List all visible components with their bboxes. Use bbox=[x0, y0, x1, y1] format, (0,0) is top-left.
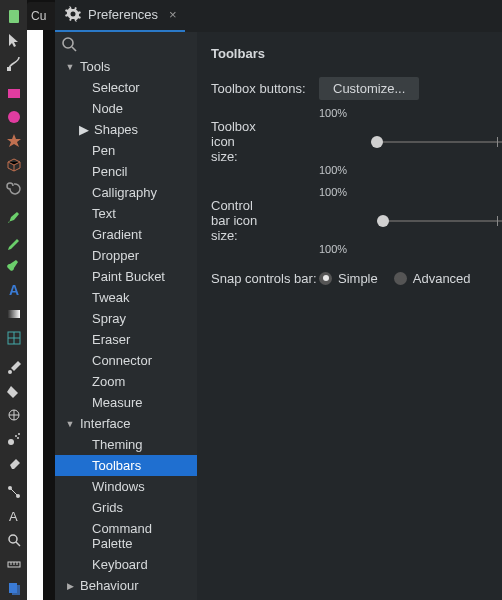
svg-point-3 bbox=[8, 111, 20, 123]
svg-point-12 bbox=[17, 437, 19, 439]
tree-item-paint-bucket[interactable]: Paint Bucket bbox=[55, 266, 197, 287]
toolbox: AA bbox=[0, 0, 27, 600]
arrow-icon[interactable] bbox=[5, 32, 23, 48]
svg-point-9 bbox=[8, 439, 14, 445]
chevron-right-icon: ▶ bbox=[65, 581, 75, 591]
preferences-content: Toolbars Toolbox buttons: Customize... 1… bbox=[197, 32, 502, 600]
pen-icon[interactable] bbox=[5, 210, 23, 226]
calligraphy-icon[interactable] bbox=[5, 258, 23, 274]
preferences-sidebar: ▼ToolsSelectorNode▶ShapesPenPencilCallig… bbox=[55, 32, 197, 600]
radio-dot-icon bbox=[394, 272, 407, 285]
svg-text:A: A bbox=[9, 282, 19, 298]
value-bottom: 100% bbox=[211, 164, 502, 176]
dropper-icon[interactable] bbox=[5, 359, 23, 375]
tree-item-connector[interactable]: Connector bbox=[55, 350, 197, 371]
customize-button[interactable]: Customize... bbox=[319, 77, 419, 100]
svg-rect-1 bbox=[7, 67, 11, 71]
search-icon bbox=[61, 36, 77, 52]
tree-item-tweak[interactable]: Tweak bbox=[55, 287, 197, 308]
zoom-icon[interactable] bbox=[5, 532, 23, 548]
rectangle-icon[interactable] bbox=[5, 85, 23, 101]
tree-item-calligraphy[interactable]: Calligraphy bbox=[55, 182, 197, 203]
svg-point-16 bbox=[9, 535, 17, 543]
text-icon[interactable]: A bbox=[5, 282, 23, 298]
search-input[interactable] bbox=[61, 36, 191, 52]
connector-icon[interactable] bbox=[5, 484, 23, 500]
tree-item-text[interactable]: Text bbox=[55, 203, 197, 224]
star-icon[interactable] bbox=[5, 133, 23, 149]
label: Toolbox icon size: bbox=[211, 119, 263, 164]
tree-item-selector[interactable]: Selector bbox=[55, 77, 197, 98]
tree-item-windows[interactable]: Windows bbox=[55, 476, 197, 497]
svg-point-20 bbox=[63, 38, 73, 48]
tree-item-theming[interactable]: Theming bbox=[55, 434, 197, 455]
svg-point-7 bbox=[8, 370, 12, 374]
svg-point-10 bbox=[15, 435, 17, 437]
new-document-icon[interactable] bbox=[5, 8, 23, 24]
preferences-tab[interactable]: Preferences × bbox=[55, 0, 185, 32]
tweak-icon[interactable] bbox=[5, 407, 23, 423]
tree-item-dropper[interactable]: Dropper bbox=[55, 245, 197, 266]
radio-dot-icon bbox=[319, 272, 332, 285]
gradient-icon[interactable] bbox=[5, 306, 23, 322]
preferences-tree: ▼ToolsSelectorNode▶ShapesPenPencilCallig… bbox=[55, 56, 197, 600]
row-toolbox-buttons: Toolbox buttons: Customize... bbox=[211, 75, 502, 101]
node-icon[interactable] bbox=[5, 56, 23, 72]
radio-advanced[interactable]: Advanced bbox=[394, 271, 471, 286]
background-document-tab[interactable]: Cu bbox=[27, 2, 57, 30]
tree-item-eraser[interactable]: Eraser bbox=[55, 329, 197, 350]
tab-label: Preferences bbox=[88, 7, 158, 22]
bg-tab-label: Cu bbox=[31, 9, 46, 23]
tree-item-keyboard[interactable]: Keyboard bbox=[55, 554, 197, 575]
radio-label: Simple bbox=[338, 271, 378, 286]
category-label: Behaviour bbox=[80, 578, 139, 593]
row-control-bar-icon-size: 100% Control bar icon size: 100% bbox=[211, 186, 502, 255]
value-top: 100% bbox=[211, 186, 502, 198]
circle-icon[interactable] bbox=[5, 109, 23, 125]
pencil-icon[interactable] bbox=[5, 234, 23, 250]
cube-icon[interactable] bbox=[5, 157, 23, 173]
spiral-icon[interactable] bbox=[5, 181, 23, 197]
svg-point-11 bbox=[18, 433, 20, 435]
panel-tab-bar: Preferences × bbox=[55, 0, 502, 32]
control-bar-icon-size-slider[interactable] bbox=[377, 213, 502, 229]
chevron-right-icon: ▶ bbox=[79, 122, 89, 137]
tree-item-measure[interactable]: Measure bbox=[55, 392, 197, 413]
tree-item-shapes[interactable]: ▶Shapes bbox=[55, 119, 197, 140]
tree-item-spray[interactable]: Spray bbox=[55, 308, 197, 329]
tree-category-interface[interactable]: ▼Interface bbox=[55, 413, 197, 434]
text2-icon[interactable]: A bbox=[5, 508, 23, 524]
tree-item-pen[interactable]: Pen bbox=[55, 140, 197, 161]
toolbox-icon-size-slider[interactable] bbox=[371, 134, 502, 150]
svg-line-21 bbox=[72, 47, 76, 51]
tree-item-node[interactable]: Node bbox=[55, 98, 197, 119]
tree-item-gradient[interactable]: Gradient bbox=[55, 224, 197, 245]
tree-category-behaviour[interactable]: ▶Behaviour bbox=[55, 575, 197, 596]
svg-rect-19 bbox=[12, 585, 20, 595]
close-icon[interactable]: × bbox=[169, 7, 177, 22]
mesh-icon[interactable] bbox=[5, 330, 23, 346]
tree-item-command-palette[interactable]: Command Palette bbox=[55, 518, 197, 554]
canvas-strip bbox=[27, 30, 43, 600]
preferences-icon bbox=[65, 6, 81, 22]
tree-item-toolbars[interactable]: Toolbars bbox=[55, 455, 197, 476]
chevron-down-icon: ▼ bbox=[65, 419, 75, 429]
chevron-down-icon: ▼ bbox=[65, 62, 75, 72]
tree-category-input-output[interactable]: ▶Input/Output bbox=[55, 596, 197, 600]
radio-simple[interactable]: Simple bbox=[319, 271, 378, 286]
tree-item-pencil[interactable]: Pencil bbox=[55, 161, 197, 182]
row-toolbox-icon-size: 100% Toolbox icon size: 100% bbox=[211, 107, 502, 176]
tree-item-zoom[interactable]: Zoom bbox=[55, 371, 197, 392]
category-label: Tools bbox=[80, 59, 110, 74]
measure-icon[interactable] bbox=[5, 556, 23, 572]
radio-label: Advanced bbox=[413, 271, 471, 286]
value-bottom: 100% bbox=[211, 243, 502, 255]
svg-rect-5 bbox=[8, 310, 20, 318]
bucket-icon[interactable] bbox=[5, 383, 23, 399]
pages-icon[interactable] bbox=[5, 580, 23, 596]
preferences-pane: ▼ToolsSelectorNode▶ShapesPenPencilCallig… bbox=[55, 32, 502, 600]
tree-item-grids[interactable]: Grids bbox=[55, 497, 197, 518]
eraser-icon[interactable] bbox=[5, 455, 23, 471]
spray-icon[interactable] bbox=[5, 431, 23, 447]
tree-category-tools[interactable]: ▼Tools bbox=[55, 56, 197, 77]
